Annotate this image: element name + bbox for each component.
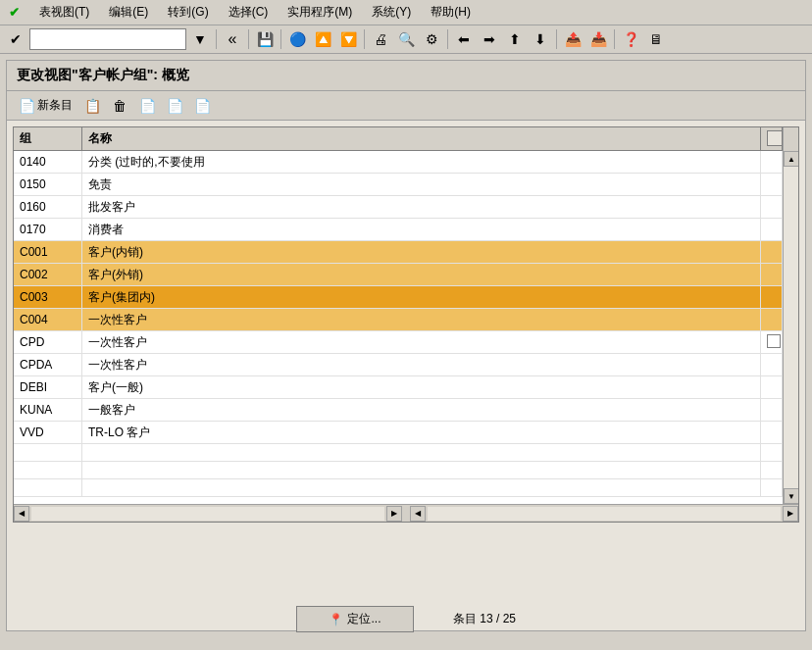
vscrollbar[interactable]: ▲ ▼ xyxy=(783,151,798,504)
hscrollbar[interactable]: ◀ ▶ ◀ ▶ xyxy=(14,504,798,522)
menu-system[interactable]: 系统(Y) xyxy=(368,2,415,23)
nav2[interactable]: ➡ xyxy=(478,28,501,50)
menu-edit[interactable]: 编辑(E) xyxy=(105,2,152,23)
save-button[interactable]: 💾 xyxy=(253,28,277,50)
cell-group: 0170 xyxy=(14,219,82,240)
new-entry-label: 新条目 xyxy=(37,97,73,114)
hscroll-left2[interactable]: ◀ xyxy=(410,506,426,522)
sep3 xyxy=(280,29,281,49)
table-row[interactable]: CPD 一次性客户 xyxy=(14,331,783,354)
cell-name: 分类 (过时的,不要使用 xyxy=(82,151,761,173)
cell-name: 客户(内销) xyxy=(82,241,761,263)
doc-icon-3: 📄 xyxy=(194,98,210,114)
toolbar: ✔ ▼ « 💾 🔵 🔼 🔽 🖨 🔍 ⚙ ⬅ ➡ ⬆ ⬇ 📤 📥 ❓ 🖥 xyxy=(0,25,812,54)
table-row[interactable]: 0150 免责 xyxy=(14,174,783,196)
cell-name: 客户(一般) xyxy=(82,376,761,398)
cell-group: 0140 xyxy=(14,151,82,173)
monitor-button[interactable]: 🖥 xyxy=(644,28,668,50)
hscroll-left[interactable]: ◀ xyxy=(14,506,29,522)
help-button[interactable]: ❓ xyxy=(619,28,642,50)
sep1 xyxy=(216,29,217,49)
nav4[interactable]: ⬇ xyxy=(529,28,552,50)
table-row[interactable]: C002 客户(外销) xyxy=(14,264,783,286)
check-button[interactable]: ✔ xyxy=(4,28,27,50)
scroll-up[interactable]: ▲ xyxy=(784,151,799,167)
header-name: 名称 xyxy=(82,127,761,150)
cell-check xyxy=(761,354,783,375)
cell-check xyxy=(761,286,783,308)
menu-help[interactable]: 帮助(H) xyxy=(427,2,475,23)
action-btn-1[interactable]: 📄 xyxy=(135,96,159,116)
cell-empty xyxy=(14,479,82,496)
table-body[interactable]: 0140 分类 (过时的,不要使用 0150 免责 0160 批发客户 xyxy=(14,151,783,504)
action2[interactable]: 📥 xyxy=(586,28,610,50)
table-row[interactable]: C004 一次性客户 xyxy=(14,309,783,331)
table-row[interactable]: KUNA 一般客户 xyxy=(14,399,783,422)
table-row[interactable]: 0160 批发客户 xyxy=(14,196,783,219)
cell-group: C003 xyxy=(14,286,82,308)
cell-name: 一次性客户 xyxy=(82,354,761,375)
cell-check[interactable] xyxy=(761,331,783,353)
data-table: 组 名称 0140 分类 (过时的,不要使用 0150 免责 xyxy=(13,126,799,523)
hscroll-right2[interactable]: ▶ xyxy=(783,506,798,522)
hscroll-right[interactable]: ▶ xyxy=(386,506,402,522)
table-row[interactable]: VVD TR-LO 客户 xyxy=(14,422,783,444)
cell-group: KUNA xyxy=(14,399,82,421)
action-btn-3[interactable]: 📄 xyxy=(190,96,214,116)
dropdown-button[interactable]: ▼ xyxy=(188,28,212,50)
cell-check xyxy=(761,422,783,443)
cell-check xyxy=(761,309,783,330)
nav3[interactable]: ⬆ xyxy=(503,28,527,50)
table-row[interactable]: CPDA 一次性客户 xyxy=(14,354,783,376)
sep5 xyxy=(447,29,448,49)
table-row[interactable]: DEBI 客户(一般) xyxy=(14,376,783,399)
locate-label: 定位... xyxy=(347,611,381,627)
action1[interactable]: 📤 xyxy=(561,28,584,50)
cell-empty xyxy=(761,479,783,496)
settings-button[interactable]: ⚙ xyxy=(420,28,443,50)
nav-down[interactable]: 🔽 xyxy=(336,28,360,50)
find-button[interactable]: 🔍 xyxy=(394,28,418,50)
table-row[interactable]: 0170 消费者 xyxy=(14,219,783,241)
action-btn-2[interactable]: 📄 xyxy=(163,96,186,116)
table-row[interactable]: C001 客户(内销) xyxy=(14,241,783,264)
cell-group: CPDA xyxy=(14,354,82,375)
scroll-track xyxy=(784,167,798,488)
back-button[interactable]: « xyxy=(221,28,244,50)
delete-button[interactable]: 🗑 xyxy=(108,96,131,116)
shortcut1[interactable]: 🔵 xyxy=(285,28,309,50)
locate-button[interactable]: 📍 定位... xyxy=(296,606,414,632)
table-row[interactable]: 0140 分类 (过时的,不要使用 xyxy=(14,151,783,174)
cell-name: 一次性客户 xyxy=(82,309,761,330)
checkbox[interactable] xyxy=(767,334,781,348)
cell-check xyxy=(761,151,783,173)
cell-check xyxy=(761,399,783,421)
scroll-down[interactable]: ▼ xyxy=(784,488,799,504)
table-header: 组 名称 xyxy=(14,127,798,151)
nav1[interactable]: ⬅ xyxy=(452,28,476,50)
menu-select[interactable]: 选择(C) xyxy=(225,2,273,23)
page-title: 更改视图"客户帐户组": 概览 xyxy=(7,61,805,91)
nav-up[interactable]: 🔼 xyxy=(311,28,334,50)
menubar: ✔ 表视图(T) 编辑(E) 转到(G) 选择(C) 实用程序(M) 系统(Y)… xyxy=(0,0,812,25)
cell-empty xyxy=(14,444,82,461)
cell-group: VVD xyxy=(14,422,82,443)
copy-button[interactable]: 📋 xyxy=(80,96,104,116)
cell-empty xyxy=(761,444,783,461)
cell-group: C001 xyxy=(14,241,82,263)
cell-name: 批发客户 xyxy=(82,196,761,218)
cell-name: 客户(外销) xyxy=(82,264,761,285)
resize-handle[interactable] xyxy=(767,130,783,146)
print-button[interactable]: 🖨 xyxy=(369,28,392,50)
command-input[interactable] xyxy=(29,28,186,50)
cell-check xyxy=(761,241,783,263)
menu-goto[interactable]: 转到(G) xyxy=(164,2,212,23)
new-entry-button[interactable]: 📄 新条目 xyxy=(15,95,76,116)
cell-group: CPD xyxy=(14,331,82,353)
menu-utilities[interactable]: 实用程序(M) xyxy=(283,2,356,23)
table-row[interactable]: C003 客户(集团内) xyxy=(14,286,783,309)
cell-check xyxy=(761,376,783,398)
cell-empty xyxy=(761,462,783,478)
menu-view[interactable]: 表视图(T) xyxy=(35,2,93,23)
header-checkbox-col xyxy=(761,127,783,150)
